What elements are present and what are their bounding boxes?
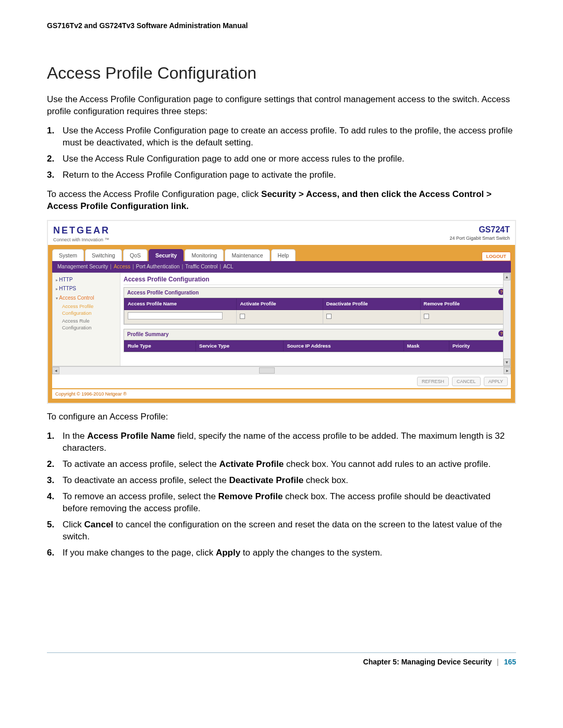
remove-profile-checkbox[interactable]	[424, 314, 429, 319]
table1-caption: Access Profile Configuration?	[124, 288, 507, 299]
ui-screenshot: NETGEAR Connect with Innovation ™ GS724T…	[47, 220, 516, 404]
step-text: Click Cancel to cancel the configuration…	[63, 520, 502, 541]
access-profile-name-input[interactable]	[128, 312, 223, 319]
tab-system[interactable]: System	[52, 249, 84, 261]
step-text: To activate an access profile, select th…	[63, 459, 491, 469]
copyright-text: Copyright © 1996-2010 Netgear ®	[52, 388, 511, 399]
step-text: Return to the Access Profile Configurati…	[63, 170, 336, 180]
col-access-profile-name: Access Profile Name	[125, 299, 237, 310]
table-access-profile-config: Access Profile Configuration? Access Pro…	[124, 287, 507, 325]
subnav-access[interactable]: Access	[114, 263, 130, 270]
sidebar-item-https[interactable]: HTTPS	[53, 284, 120, 293]
tab-switching[interactable]: Switching	[85, 249, 122, 261]
content-area: HTTP HTTPS Access Control Access Profile…	[52, 273, 511, 366]
sidebar-item-access-control[interactable]: Access Control	[53, 293, 120, 303]
subnav-acl[interactable]: ACL	[223, 263, 233, 270]
document-footer: Chapter 5: Managing Device Security | 16…	[47, 652, 516, 667]
tab-monitoring[interactable]: Monitoring	[185, 249, 224, 261]
horizontal-scrollbar[interactable]: ◂ ▸	[52, 366, 511, 374]
scroll-left-icon[interactable]: ◂	[52, 367, 59, 374]
main-tabs: System Switching QoS Security Monitoring…	[52, 249, 511, 261]
table-profile-summary: Profile Summary? Rule Type Service Type …	[124, 329, 507, 352]
shot-header: NETGEAR Connect with Innovation ™ GS724T…	[48, 221, 515, 246]
device-info: GS724T 24 Port Gigabit Smart Switch	[449, 224, 510, 242]
brand-block: NETGEAR Connect with Innovation ™	[53, 224, 110, 243]
footer-separator: |	[497, 658, 499, 666]
col-remove-profile: Remove Profile	[420, 299, 506, 310]
sidebar-nav: HTTP HTTPS Access Control Access Profile…	[53, 273, 120, 366]
section-title: Access Profile Configuration	[47, 62, 516, 84]
brand-logo: NETGEAR	[53, 224, 110, 237]
col-rule-type: Rule Type	[125, 340, 196, 352]
scroll-right-icon[interactable]: ▸	[504, 367, 511, 374]
tab-qos[interactable]: QoS	[123, 249, 148, 261]
device-model: GS724T	[449, 224, 510, 236]
steps-list-2: 1.In the Access Profile Name field, spec…	[47, 430, 516, 559]
tab-security[interactable]: Security	[149, 249, 183, 261]
tab-help[interactable]: Help	[271, 249, 296, 261]
col-source-ip: Source IP Address	[284, 340, 403, 352]
cancel-button[interactable]: CANCEL	[452, 377, 481, 386]
step-text: If you make changes to the page, click A…	[63, 548, 382, 558]
intro-paragraph: Use the Access Profile Configuration pag…	[47, 94, 516, 118]
deactivate-profile-checkbox[interactable]	[326, 314, 332, 319]
main-panel: Access Profile Configuration Access Prof…	[120, 273, 510, 366]
col-activate-profile: Activate Profile	[237, 299, 323, 310]
steps-list-1: 1.Use the Access Profile Configuration p…	[47, 125, 516, 181]
col-mask: Mask	[403, 340, 449, 352]
activate-profile-checkbox[interactable]	[240, 314, 245, 319]
table-row	[125, 310, 507, 324]
sidebar-sub-access-rule-config[interactable]: Access Rule Configuration	[53, 317, 120, 332]
vertical-scrollbar[interactable]: ▴ ▾	[503, 273, 510, 366]
footer-page-number: 165	[504, 658, 516, 666]
col-service-type: Service Type	[196, 340, 284, 352]
navigation-instruction: To access the Access Profile Configurati…	[47, 189, 516, 213]
scroll-down-icon[interactable]: ▾	[504, 359, 510, 366]
table2-caption: Profile Summary?	[124, 329, 507, 340]
apply-button[interactable]: APPLY	[484, 377, 508, 386]
sidebar-item-http[interactable]: HTTP	[53, 275, 120, 285]
subnav-management-security[interactable]: Management Security	[57, 263, 108, 270]
subnav-traffic-control[interactable]: Traffic Control	[185, 263, 217, 270]
step-text: To remove an access profile, select the …	[63, 491, 491, 513]
footer-chapter: Chapter 5: Managing Device Security	[363, 658, 492, 666]
step-text: In the Access Profile Name field, specif…	[63, 431, 505, 453]
sidebar-sub-access-profile-config[interactable]: Access Profile Configuration	[53, 303, 120, 317]
subnav-port-authentication[interactable]: Port Authentication	[136, 263, 180, 270]
tab-maintenance[interactable]: Maintenance	[225, 249, 270, 261]
nav-pre: To access the Access Profile Configurati…	[47, 189, 261, 199]
step-text: Use the Access Profile Configuration pag…	[63, 126, 512, 147]
scroll-up-icon[interactable]: ▴	[504, 273, 510, 280]
step-text: Use the Access Rule Configuration page t…	[63, 154, 405, 164]
panel-title: Access Profile Configuration	[124, 275, 507, 285]
refresh-button[interactable]: REFRESH	[417, 377, 449, 386]
action-buttons-row: REFRESH CANCEL APPLY	[52, 374, 511, 388]
device-description: 24 Port Gigabit Smart Switch	[449, 235, 510, 241]
sub-navigation: Management Security| Access| Port Authen…	[52, 261, 511, 273]
after-shot-text: To configure an Access Profile:	[47, 411, 516, 423]
step-text: To deactivate an access profile, select …	[63, 475, 348, 485]
brand-tagline: Connect with Innovation ™	[53, 237, 110, 243]
logout-button[interactable]: LOGOUT	[482, 252, 511, 261]
col-deactivate-profile: Deactivate Profile	[323, 299, 420, 310]
document-header: GS716Tv2 and GS724Tv3 Software Administr…	[47, 21, 516, 31]
col-priority: Priority	[449, 340, 507, 352]
